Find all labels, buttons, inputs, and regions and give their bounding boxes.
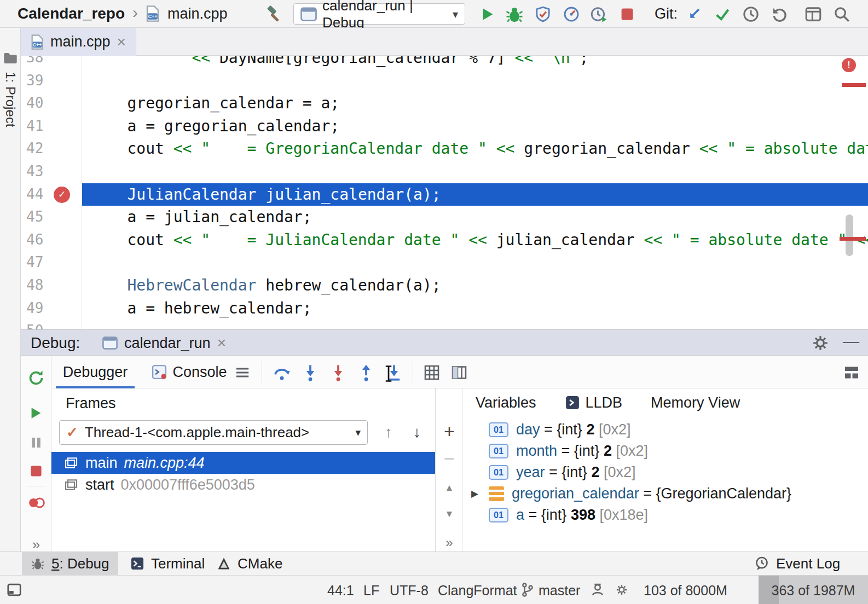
code-line-39[interactable]	[82, 69, 868, 92]
code-line-45[interactable]: a = julian_calendar;	[82, 206, 868, 229]
tab-memory-view[interactable]: Memory View	[651, 394, 740, 411]
variable-row[interactable]: 01month = {int} 2 [0x2]	[462, 440, 868, 462]
close-icon[interactable]: ×	[217, 335, 226, 351]
stop-icon[interactable]	[617, 4, 637, 24]
inspections-profile-icon[interactable]	[590, 582, 605, 597]
run-with-profiler-icon[interactable]	[589, 4, 609, 24]
view-breakpoints-icon[interactable]	[27, 493, 45, 512]
gutter-line-47[interactable]: 47	[21, 251, 82, 274]
step-into-icon[interactable]	[300, 362, 321, 383]
gutter-line-39[interactable]: 39	[21, 69, 82, 92]
error-stripe-mark[interactable]	[842, 83, 866, 87]
resolve-context-icon[interactable]	[614, 582, 629, 597]
vertical-scrollbar[interactable]	[846, 214, 853, 256]
tool-stripe-project-button[interactable]: 1: Project	[3, 72, 18, 127]
debug-icon[interactable]	[505, 4, 524, 24]
frame-row[interactable]: mainmain.cpp:44	[51, 452, 435, 474]
code-line-44[interactable]: JulianCalendar julian_calendar(a);	[82, 183, 868, 206]
close-icon[interactable]: ×	[117, 34, 126, 50]
gutter-line-49[interactable]: 49	[21, 297, 82, 320]
expand-arrow-icon[interactable]: ▶	[471, 488, 478, 500]
coverage-icon[interactable]	[533, 4, 553, 24]
toolwindow-button-terminal[interactable]: Terminal	[121, 552, 213, 575]
caret-position[interactable]: 44:1	[327, 583, 354, 599]
breadcrumb-project[interactable]: Calendar_repo	[18, 5, 125, 22]
error-stripe-mark[interactable]	[840, 237, 866, 241]
rollback-icon[interactable]	[769, 4, 789, 24]
force-step-into-icon[interactable]	[328, 362, 349, 383]
line-separator[interactable]: LF	[363, 583, 379, 599]
code-editor[interactable]: 38394041424344✓454647484950 << DayName[g…	[21, 56, 868, 329]
run-icon[interactable]	[477, 4, 497, 24]
step-over-icon[interactable]	[271, 362, 292, 383]
gutter-line-46[interactable]: 46	[21, 229, 82, 252]
tab-console[interactable]: Console	[146, 356, 233, 388]
breakpoint-icon[interactable]: ✓	[54, 187, 70, 203]
tab-variables[interactable]: Variables	[476, 394, 536, 411]
gutter-line-44[interactable]: 44✓	[21, 183, 82, 206]
code-line-42[interactable]: cout << " = GregorianCalendar date " << …	[82, 137, 868, 160]
run-config-select[interactable]: calendar_run | Debug ▾	[293, 3, 465, 25]
stop-icon[interactable]	[27, 462, 45, 480]
toolwindow-button-cmake[interactable]: CMake	[208, 552, 291, 575]
code-line-40[interactable]: gregorian_calendar = a;	[82, 92, 868, 115]
gutter-line-48[interactable]: 48	[21, 274, 82, 297]
thread-select[interactable]: ✓ Thread-1-<com.apple.main-thread> ▾	[59, 420, 368, 445]
gutter-line-40[interactable]: 40	[21, 92, 82, 115]
more-actions-chevrons[interactable]: »	[27, 535, 45, 554]
gutter-line-50[interactable]: 50	[21, 320, 82, 329]
variable-row[interactable]: 01a = {int} 398 [0x18e]	[462, 504, 868, 526]
step-out-icon[interactable]	[356, 362, 377, 383]
grid-view-icon[interactable]	[421, 362, 442, 383]
toolwindow-button-event-log[interactable]: Event Log	[745, 552, 849, 575]
history-icon[interactable]	[741, 4, 761, 24]
debug-session-tab[interactable]: calendar_run ×	[95, 330, 234, 356]
restore-layout-icon[interactable]	[841, 362, 862, 383]
code-line-38[interactable]: << DayName[gregorian_calendar % 7] << "\…	[82, 56, 868, 69]
variable-row[interactable]: 01day = {int} 2 [0x2]	[462, 419, 868, 440]
tab-lldb[interactable]: LLDB	[565, 394, 623, 411]
pause-icon[interactable]	[27, 433, 45, 452]
tab-debugger[interactable]: Debugger	[54, 356, 137, 388]
frame-down-icon[interactable]: ↓	[406, 421, 428, 443]
heap-indicator[interactable]: 103 of 8000M	[644, 583, 727, 599]
breadcrumb-file[interactable]: main.cpp	[167, 5, 228, 22]
code-line-46[interactable]: cout << " = JulianCalendar date " << jul…	[82, 229, 868, 252]
inspections-error-badge[interactable]: !	[842, 58, 856, 72]
toolwindow-toggle-icon[interactable]	[7, 582, 22, 597]
resume-icon[interactable]	[27, 404, 45, 422]
diff-window-icon[interactable]	[803, 4, 823, 24]
add-watch-icon[interactable]: +	[436, 420, 463, 442]
editor-tab-main-cpp[interactable]: C++ main.cpp ×	[21, 28, 136, 56]
hide-toolwindow-icon[interactable]: —	[843, 332, 859, 351]
editor-code[interactable]: << DayName[gregorian_calendar % 7] << "\…	[82, 56, 868, 329]
scroll-down-icon[interactable]: ▼	[436, 503, 463, 525]
toolwindow-button-debug[interactable]: 5: Debug	[22, 552, 118, 575]
frame-row[interactable]: start0x00007fff6e5003d5	[51, 474, 435, 496]
code-line-43[interactable]	[82, 160, 868, 183]
more-actions-chevrons[interactable]: »	[436, 532, 463, 554]
remove-watch-icon[interactable]: −	[436, 448, 463, 469]
update-project-icon[interactable]	[684, 4, 704, 24]
commit-icon[interactable]	[713, 4, 732, 24]
file-encoding[interactable]: UTF-8	[390, 583, 429, 599]
profiler-icon[interactable]	[562, 4, 581, 24]
code-line-41[interactable]: a = gregorian_calendar;	[82, 115, 868, 138]
git-branch-name[interactable]: master	[539, 583, 580, 599]
hamburger-menu-icon[interactable]	[232, 362, 253, 383]
code-style-indicator[interactable]: ClangFormat	[438, 583, 517, 599]
variable-row[interactable]: ▶gregorian_calendar = {GregorianCalendar…	[462, 483, 868, 504]
gutter-line-43[interactable]: 43	[21, 160, 82, 183]
code-line-47[interactable]	[82, 251, 868, 274]
gear-icon[interactable]	[812, 334, 829, 352]
gutter-line-42[interactable]: 42	[21, 137, 82, 160]
gutter-line-41[interactable]: 41	[21, 115, 82, 138]
variable-row[interactable]: 01year = {int} 2 [0x2]	[462, 462, 868, 483]
layout-columns-icon[interactable]	[449, 362, 470, 383]
build-hammer-icon[interactable]	[264, 4, 283, 24]
gutter-line-45[interactable]: 45	[21, 206, 82, 229]
scroll-up-icon[interactable]: ▲	[436, 477, 463, 499]
gutter-line-38[interactable]: 38	[21, 56, 82, 69]
rerun-icon[interactable]	[27, 369, 45, 387]
code-line-48[interactable]: HebrewCalendar hebrew_calendar(a);	[82, 274, 868, 297]
